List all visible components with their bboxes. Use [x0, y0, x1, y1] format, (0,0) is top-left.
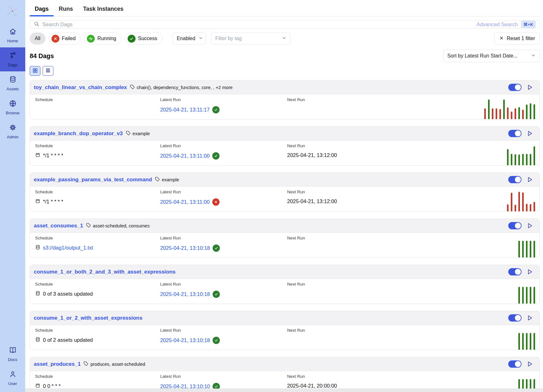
dag-pause-toggle[interactable] [508, 314, 522, 322]
run-bar[interactable] [496, 108, 497, 119]
run-bar[interactable] [518, 154, 520, 165]
run-bar[interactable] [518, 333, 520, 350]
latest-run-link[interactable]: 2025-04-21, 13:11:17 [160, 107, 210, 113]
tab-dags[interactable]: Dags [30, 3, 54, 16]
run-bar[interactable] [526, 241, 528, 257]
success-run-badge[interactable] [213, 337, 220, 344]
filter-pill-failed[interactable]: Failed [49, 33, 81, 45]
advanced-search-link[interactable]: Advanced Search [477, 21, 518, 27]
horizontal-scrollbar[interactable] [25, 389, 543, 392]
run-bar[interactable] [484, 108, 486, 119]
latest-run-link[interactable]: 2025-04-21, 13:10:18 [160, 245, 210, 251]
tab-runs[interactable]: Runs [54, 3, 78, 16]
run-bar[interactable] [503, 100, 505, 119]
run-bar[interactable] [518, 287, 520, 304]
sidebar-item-docs[interactable]: Docs [0, 342, 25, 366]
tag-filter-select[interactable]: Filter by tag [211, 33, 291, 45]
run-bar[interactable] [530, 333, 531, 350]
latest-run-link[interactable]: 2025-04-21, 13:10:18 [160, 337, 210, 343]
dag-pause-toggle[interactable] [508, 84, 522, 91]
run-bar[interactable] [526, 333, 528, 350]
run-bar[interactable] [522, 154, 524, 165]
airflow-logo-icon[interactable] [0, 0, 25, 20]
run-bar[interactable] [530, 154, 531, 165]
dag-title-link[interactable]: consume_1_or_both_2_and_3_with_asset_exp… [34, 269, 176, 275]
dag-title-link[interactable]: example_passing_params_via_test_command [34, 177, 152, 183]
run-bar[interactable] [488, 100, 490, 119]
run-bar[interactable] [522, 333, 524, 350]
run-bar[interactable] [515, 154, 516, 165]
sidebar-item-dags[interactable]: Dags [0, 47, 25, 71]
run-bar[interactable] [534, 241, 535, 257]
search-input[interactable] [42, 21, 474, 27]
tab-task-instances[interactable]: Task Instances [78, 3, 129, 16]
run-bar[interactable] [518, 107, 520, 119]
trigger-dag-button[interactable] [527, 361, 533, 367]
sidebar-item-browse[interactable]: Browse [0, 95, 25, 119]
run-bar[interactable] [522, 110, 524, 119]
run-bar[interactable] [511, 112, 512, 119]
sidebar-item-user[interactable]: User [0, 366, 25, 390]
success-run-badge[interactable] [213, 291, 220, 298]
trigger-dag-button[interactable] [527, 84, 533, 91]
run-bar[interactable] [522, 241, 524, 257]
run-bar[interactable] [515, 205, 516, 211]
run-bar[interactable] [530, 241, 531, 257]
dag-title-link[interactable]: asset_consumes_1 [34, 223, 83, 229]
grid-view-button[interactable] [30, 66, 40, 76]
latest-run-link[interactable]: 2025-04-21, 13:11:00 [160, 199, 210, 205]
run-bar[interactable] [511, 154, 512, 165]
dag-pause-toggle[interactable] [508, 176, 522, 183]
reset-filters-button[interactable]: Reset 1 filter [494, 33, 540, 45]
latest-run-link[interactable]: 2025-04-21, 13:11:00 [160, 153, 210, 159]
run-bar[interactable] [492, 108, 493, 119]
enabled-filter-select[interactable]: Enabled [172, 33, 206, 45]
filter-pill-all[interactable]: All [30, 33, 45, 45]
run-bar[interactable] [522, 192, 524, 211]
filter-pill-running[interactable]: Running [84, 33, 122, 45]
filter-pill-success[interactable]: Success [125, 33, 162, 45]
sort-select[interactable]: Sort by Latest Run Start Date... [443, 50, 540, 62]
dag-title-link[interactable]: example_branch_dop_operator_v3 [34, 130, 123, 137]
failed-run-badge[interactable] [212, 198, 220, 206]
run-bar[interactable] [534, 104, 535, 119]
run-bar[interactable] [507, 149, 509, 165]
run-bar[interactable] [530, 287, 531, 304]
dag-title-link[interactable]: asset_produces_1 [34, 361, 81, 367]
sidebar-item-assets[interactable]: Assets [0, 71, 25, 95]
run-bar[interactable] [522, 287, 524, 304]
latest-run-link[interactable]: 2025-04-21, 13:10:18 [160, 291, 210, 297]
run-bar[interactable] [534, 287, 535, 304]
sidebar-item-home[interactable]: Home [0, 23, 25, 47]
run-bar[interactable] [518, 192, 520, 211]
run-bar[interactable] [526, 287, 528, 304]
success-run-badge[interactable] [212, 152, 220, 160]
run-bar[interactable] [530, 204, 531, 211]
dag-pause-toggle[interactable] [508, 268, 522, 275]
trigger-dag-button[interactable] [527, 130, 533, 137]
run-bar[interactable] [530, 103, 531, 119]
schedule-value[interactable]: s3://dag1/output_1.txt [35, 244, 160, 251]
run-bar[interactable] [526, 105, 528, 119]
dag-pause-toggle[interactable] [508, 130, 522, 137]
run-bar[interactable] [534, 202, 535, 211]
sidebar-item-admin[interactable]: Admin [0, 119, 25, 143]
run-bar[interactable] [534, 146, 535, 165]
run-bar[interactable] [534, 333, 535, 350]
run-bar[interactable] [507, 107, 509, 119]
run-bar[interactable] [518, 241, 520, 257]
success-run-badge[interactable] [212, 106, 220, 113]
run-bar[interactable] [499, 109, 501, 119]
dag-pause-toggle[interactable] [508, 360, 522, 368]
run-bar[interactable] [511, 193, 512, 211]
list-view-button[interactable] [43, 66, 53, 76]
run-bar[interactable] [507, 204, 509, 211]
trigger-dag-button[interactable] [527, 222, 533, 229]
run-bar[interactable] [526, 154, 528, 165]
trigger-dag-button[interactable] [527, 315, 533, 321]
dag-pause-toggle[interactable] [508, 222, 522, 229]
dag-title-link[interactable]: toy_chain_linear_vs_chain_complex [34, 84, 127, 91]
dag-title-link[interactable]: consume_1_or_2_with_asset_expressions [34, 315, 142, 321]
run-bar[interactable] [515, 108, 516, 119]
run-bar[interactable] [526, 204, 528, 211]
